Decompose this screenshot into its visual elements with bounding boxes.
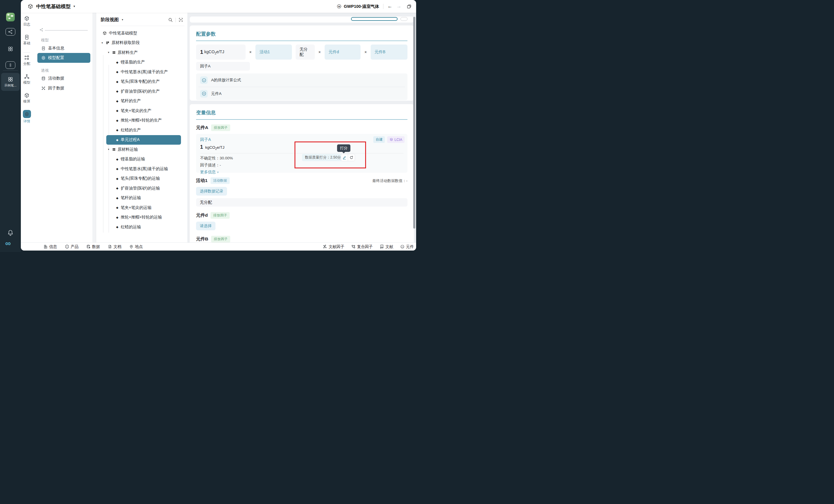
back-arrow-button[interactable]: ←	[388, 3, 392, 9]
no-alloc-cell[interactable]: 无分配	[296, 45, 315, 60]
rail-item-detail[interactable]: 详情	[21, 110, 33, 124]
tree-node-transport[interactable]: ▼ 原材料运输	[96, 145, 188, 155]
tree-view-label[interactable]: 阶段视图	[101, 17, 119, 23]
bottom-bar-item[interactable]: 地点	[129, 244, 143, 249]
brand-logo: ∞	[5, 239, 11, 248]
gwp-selector[interactable]: M GWP100-温室气体	[336, 4, 379, 9]
locate-icon[interactable]	[178, 17, 183, 22]
diamond-icon: ◆	[116, 177, 118, 180]
bottom-bar-item[interactable]: m 元件	[400, 244, 414, 249]
nav-item-activity-data[interactable]: 活动数据	[41, 76, 64, 81]
search-icon[interactable]	[168, 17, 173, 22]
bottom-bar-item[interactable]: 文献因子	[323, 244, 344, 249]
tree-leaf-item[interactable]: ◆ 单元过程A	[106, 135, 181, 145]
bottom-bar-item[interactable]: 文档	[108, 244, 121, 249]
tree-leaf-item[interactable]: ◆ 锂基脂的生产	[96, 58, 188, 67]
cutoff-primary-button[interactable]	[351, 17, 398, 21]
lock-icon	[8, 63, 13, 67]
apps-nav-button[interactable]	[5, 45, 15, 53]
tree-node-production[interactable]: ▼ 原材料生产	[96, 48, 188, 58]
tree-leaf-item[interactable]: ◆ 笔夹+笔尖的生产	[96, 106, 188, 116]
rail-item-model[interactable]: 模型	[21, 74, 33, 85]
tree-view-caret-icon[interactable]: ▼	[121, 19, 124, 21]
expand-caret-icon[interactable]: ▼	[101, 42, 104, 44]
bottom-item-label: 元件	[406, 244, 414, 249]
formula-row[interactable]: fx A的排放计算公式	[198, 73, 405, 87]
bottom-item-label: 文献因子	[329, 244, 344, 249]
component-d-cell[interactable]: 元件d	[325, 45, 361, 60]
forward-arrow-button[interactable]: →	[396, 3, 401, 9]
diamond-icon: ◆	[116, 109, 118, 112]
activity-cell[interactable]: 活动1	[256, 45, 292, 60]
bottom-right-group: 文献因子 复合因子 文献 m 元件	[323, 244, 414, 249]
tree-leaf-item[interactable]: ◆ 扩容油管(医砂)的生产	[96, 87, 188, 96]
vault-nav-button[interactable]	[5, 61, 15, 69]
tree-leaf-item[interactable]: ◆ 笔杆的生产	[96, 96, 188, 106]
multiply-op: ×	[364, 50, 367, 54]
rail-item-log[interactable]: 日志	[21, 16, 33, 27]
expand-caret-icon[interactable]: ▼	[107, 148, 110, 151]
tree-leaf-item[interactable]: ◆ 笔夹+笔尖的运输	[96, 203, 188, 213]
page-title: 中性笔基础模型	[36, 3, 71, 10]
formula-label: A的排放计算公式	[211, 77, 241, 83]
nav-item-basic-info[interactable]: 基本信息	[41, 46, 64, 51]
tree-leaf-item[interactable]: ◆ 红蜡的运输	[96, 222, 188, 232]
tree-leaf-item[interactable]: ◆ 笔杆的运输	[96, 193, 188, 203]
tree-leaf-label: 笔杆的运输	[121, 195, 141, 201]
rail-item-allocation[interactable]: 分配	[21, 55, 33, 66]
formula-row[interactable]: m 元件A	[198, 87, 405, 100]
bottom-bar-item[interactable]: 文献	[380, 244, 393, 249]
bottom-bar-item[interactable]: 数据	[86, 244, 100, 249]
title-caret-icon[interactable]: ▼	[73, 5, 75, 8]
tree-leaf-item[interactable]: ◆ 扩容油管(医砂)的运输	[96, 183, 188, 193]
tree-leaf-item[interactable]: ◆ 揿轮+揿帽+转轮的生产	[96, 116, 188, 125]
tree-leaf-item[interactable]: ◆ 笔头(双珠专配)的生产	[96, 77, 188, 87]
open-external-icon[interactable]	[407, 4, 412, 9]
nav-item-factor-data[interactable]: 因子数据	[41, 86, 64, 91]
bottom-bar-item[interactable]: 复合因子	[351, 244, 373, 249]
bottom-left-group: 信息 C 产品 数据 文档 地点	[43, 244, 143, 249]
workspace-thumbnail[interactable]	[6, 13, 15, 21]
please-select-button[interactable]: 请选择	[196, 222, 216, 230]
annotation-red-box	[294, 141, 366, 168]
cutoff-secondary-button[interactable]	[400, 17, 408, 21]
tree-leaf-item[interactable]: ◆ 笔头(双珠专配)的运输	[96, 174, 188, 184]
config-params-card: 配置参数 1 kgCO2e/TJ × 活动1 无分配 × 元件d × 元件B 因…	[190, 25, 414, 101]
nav-item-model-config[interactable]: 模型配置	[37, 53, 90, 63]
vertical-scrollbar[interactable]	[413, 17, 415, 229]
tree-leaf-label: 扩容油管(医砂)的运输	[121, 186, 160, 191]
tree-leaf-label: 笔杆的生产	[121, 98, 141, 104]
tree-transport-list: ◆ 锂基脂的运输 ◆ 中性笔墨水(黑)速干的运输 ◆ 笔头(双珠专配)的运输 ◆…	[96, 155, 188, 232]
share-nav-button[interactable]	[5, 28, 15, 36]
tree-leaf-item[interactable]: ◆ 中性笔墨水(黑)速干的运输	[96, 164, 188, 174]
tree-leaf-item[interactable]: ◆ 中性笔墨水(黑)速干的生产	[96, 67, 188, 77]
rail-item-accounting[interactable]: 核算	[21, 93, 33, 104]
select-record-button[interactable]: 选择数据记录	[196, 187, 227, 196]
bottom-bar-item[interactable]: 信息	[43, 244, 57, 249]
final-activity-value: 最终活动数据数值：-	[372, 178, 408, 183]
nav-section-perspective: 透视	[41, 68, 49, 73]
panel-drag-line[interactable]	[45, 30, 88, 31]
rail-divider	[23, 52, 30, 53]
svg-text:m: m	[402, 246, 403, 248]
tree-leaf-item[interactable]: ◆ 揿轮+揿帽+转轮的运输	[96, 213, 188, 223]
tree-leaf-item[interactable]: ◆ 红蜡的生产	[96, 125, 188, 135]
formula-list: fx A的排放计算公式 m 元件A	[196, 73, 408, 100]
tree-leaf-label: 笔夹+笔尖的生产	[121, 108, 151, 113]
bottom-bar-item[interactable]: C 产品	[65, 244, 79, 249]
bottom-item-label: 信息	[49, 244, 57, 249]
tree-leaf-item[interactable]: ◆ 锂基脂的运输	[96, 155, 188, 164]
component-b-cell[interactable]: 元件B	[371, 45, 408, 60]
rail-item-basic[interactable]: 基础	[21, 35, 33, 46]
variable-name: 活动1	[196, 178, 207, 184]
tree-node-label: 原材料运输	[117, 147, 138, 152]
expand-caret-icon[interactable]: ▼	[107, 51, 110, 54]
sidebar-item-project[interactable]: 示例笔...	[1, 73, 20, 91]
bottom-item-label: 复合因子	[357, 244, 373, 249]
factor-a-chip[interactable]: 因子A	[196, 62, 250, 71]
factor-value-cell[interactable]: 1 kgCO2e/TJ	[196, 45, 246, 60]
notifications-bell-icon[interactable]	[7, 229, 14, 236]
tree-root[interactable]: 中性笔基础模型	[96, 28, 188, 38]
tree-node-stage[interactable]: ▼ 原材料获取阶段	[96, 38, 188, 48]
more-info-link[interactable]: 更多信息∨	[200, 169, 219, 175]
